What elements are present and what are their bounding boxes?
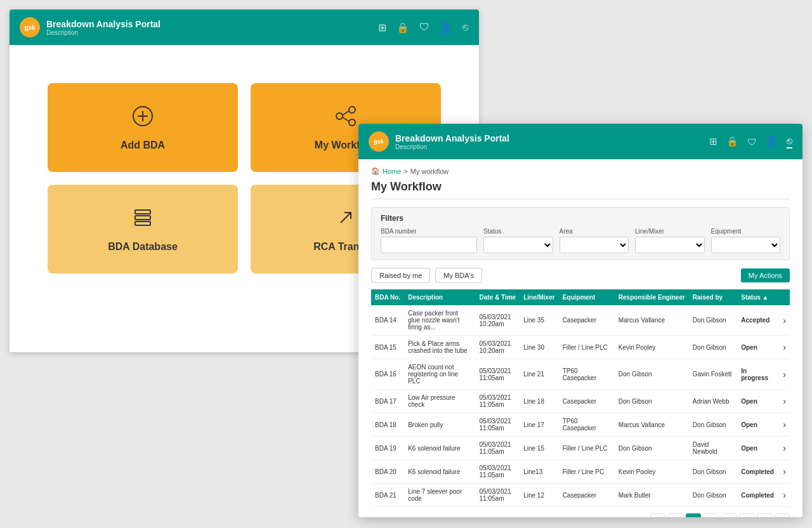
front-user-icon[interactable]: 👤 <box>766 136 778 147</box>
bda-number-input[interactable] <box>381 237 477 253</box>
svg-point-4 <box>349 107 355 113</box>
cell-description: Case packer front glue nozzle wasn't fir… <box>404 305 475 336</box>
cell-equipment: Casepacker <box>559 484 615 507</box>
my-actions-button[interactable]: My Actions <box>741 268 790 282</box>
cell-status: Completed <box>737 484 779 507</box>
col-bda-no: BDA No. <box>371 289 404 305</box>
cell-responsible-engineer: Don Gibson <box>615 359 689 390</box>
grid-icon[interactable]: ⊞ <box>378 22 386 34</box>
cell-bda-no: BDA 21 <box>371 484 404 507</box>
cell-responsible-engineer: Marcus Vallance <box>615 305 689 336</box>
transfer-icon <box>334 206 357 234</box>
line-mixer-select[interactable] <box>635 237 705 253</box>
svg-point-5 <box>349 119 355 126</box>
lock-icon[interactable]: 🔒 <box>396 22 409 34</box>
my-bdas-button[interactable]: My BDA's <box>435 268 482 283</box>
table-row[interactable]: BDA 20 K6 solenoid failure 05/03/2021 11… <box>371 460 790 484</box>
next-page-button[interactable]: › <box>775 513 790 517</box>
breadcrumb-separator: > <box>403 168 407 175</box>
add-bda-label: Add BDA <box>121 140 165 151</box>
cell-equipment: Filler / Line PC <box>559 460 615 484</box>
front-grid-icon[interactable]: ⊞ <box>709 136 717 147</box>
cell-bda-no: BDA 19 <box>371 437 404 460</box>
cell-equipment: Filler / Line PLC <box>559 437 615 460</box>
add-icon <box>131 105 154 132</box>
bda-number-label: BDA number <box>381 228 477 235</box>
table-row[interactable]: BDA 14 Case packer front glue nozzle was… <box>371 305 790 336</box>
prev-page-button[interactable]: ‹ <box>650 513 665 517</box>
table-row[interactable]: BDA 15 Pick & Place arms crashed into th… <box>371 336 790 359</box>
page-5-button[interactable]: 5 <box>739 513 754 517</box>
front-lock-icon[interactable]: 🔒 <box>726 136 738 147</box>
page-4-button[interactable]: 4 <box>721 513 737 517</box>
cell-line-mixer: Line 18 <box>520 390 558 413</box>
add-bda-card[interactable]: Add BDA <box>48 83 238 172</box>
cell-bda-no: BDA 18 <box>371 413 404 437</box>
col-line-mixer: Line/Mixer <box>520 289 558 305</box>
cell-arrow: › <box>779 460 790 484</box>
area-select[interactable] <box>560 237 629 253</box>
cell-raised-by: Don Gibson <box>689 305 737 336</box>
cell-status: Open <box>737 437 779 460</box>
page-2-button[interactable]: 2 <box>686 513 701 517</box>
cell-status: Open <box>737 413 779 437</box>
logout-icon[interactable]: ⎋ <box>462 22 469 33</box>
cell-equipment: TP60 Casepacker <box>559 359 615 390</box>
gsk-logo: gsk <box>20 17 40 37</box>
shield-icon[interactable]: 🛡 <box>419 22 429 33</box>
bda-database-card[interactable]: BDA Database <box>48 185 238 274</box>
cell-bda-no: BDA 15 <box>371 336 404 359</box>
page-12-button[interactable]: 12 <box>757 513 772 517</box>
cell-date-time: 05/03/2021 11:05am <box>476 460 520 484</box>
filter-bda-number: BDA number <box>381 228 477 253</box>
equipment-select[interactable] <box>711 237 781 253</box>
back-header-icons: ⊞ 🔒 🛡 👤 ⎋ <box>378 22 469 34</box>
table-row[interactable]: BDA 18 Broken pully 05/03/2021 11:05am L… <box>371 413 790 437</box>
cell-date-time: 05/03/2021 10:20am <box>476 305 520 336</box>
page-3-button[interactable]: 3 <box>704 513 719 517</box>
breadcrumb-current: My workflow <box>410 168 449 175</box>
status-select[interactable] <box>483 237 553 253</box>
cell-equipment: Casepacker <box>559 305 615 336</box>
front-shield-icon[interactable]: 🛡 <box>747 136 757 147</box>
cell-line-mixer: Line 15 <box>520 437 558 460</box>
cell-arrow: › <box>779 437 790 460</box>
cell-description: Pick & Place arms crashed into the tube <box>404 336 475 359</box>
cell-arrow: › <box>779 484 790 507</box>
cell-raised-by: Adrian Webb <box>689 390 737 413</box>
pagination: ‹ 1 2 3 4 5 12 › <box>371 507 790 517</box>
filter-status: Status <box>483 228 553 253</box>
front-logout-icon[interactable]: ⎋ <box>787 135 792 148</box>
col-action <box>779 289 790 305</box>
cell-description: Low Air pressure check <box>404 390 475 413</box>
table-row[interactable]: BDA 19 K6 solenoid failure 05/03/2021 11… <box>371 437 790 460</box>
front-body: 🏠 Home > My workflow My Workflow Filters… <box>358 159 802 517</box>
breadcrumb-home[interactable]: Home <box>383 168 401 175</box>
table-header-row: BDA No. Description Date & Time Line/Mix… <box>371 289 790 305</box>
cell-equipment: Filler / Line PLC <box>559 336 615 359</box>
cell-date-time: 05/03/2021 11:05am <box>476 413 520 437</box>
cell-description: AEON count not registering on line PLC <box>404 359 475 390</box>
table-row[interactable]: BDA 17 Low Air pressure check 05/03/2021… <box>371 390 790 413</box>
page-title: My Workflow <box>371 180 790 199</box>
status-label: Status <box>483 228 553 235</box>
cell-bda-no: BDA 14 <box>371 305 404 336</box>
col-description: Description <box>404 289 475 305</box>
page-1-button[interactable]: 1 <box>668 513 683 517</box>
cell-line-mixer: Line 17 <box>520 413 558 437</box>
cell-line-mixer: Line 30 <box>520 336 558 359</box>
cell-raised-by: Gavin Foskett <box>689 359 737 390</box>
cell-responsible-engineer: Marcus Vallance <box>615 413 689 437</box>
cell-bda-no: BDA 17 <box>371 390 404 413</box>
svg-line-11 <box>341 213 351 223</box>
raised-by-me-button[interactable]: Raised by me <box>371 268 430 283</box>
col-status: Status ▲ <box>737 289 779 305</box>
table-row[interactable]: BDA 16 AEON count not registering on lin… <box>371 359 790 390</box>
filters-section: Filters BDA number Status Area <box>371 207 790 260</box>
table-row[interactable]: BDA 21 Line 7 sleever poor code 05/03/20… <box>371 484 790 507</box>
col-date-time: Date & Time <box>476 289 520 305</box>
cell-equipment: Casepacker <box>559 390 615 413</box>
back-header: gsk Breakdown Analysis Portal Descriptio… <box>10 10 479 45</box>
cell-bda-no: BDA 20 <box>371 460 404 484</box>
user-icon[interactable]: 👤 <box>440 22 452 34</box>
